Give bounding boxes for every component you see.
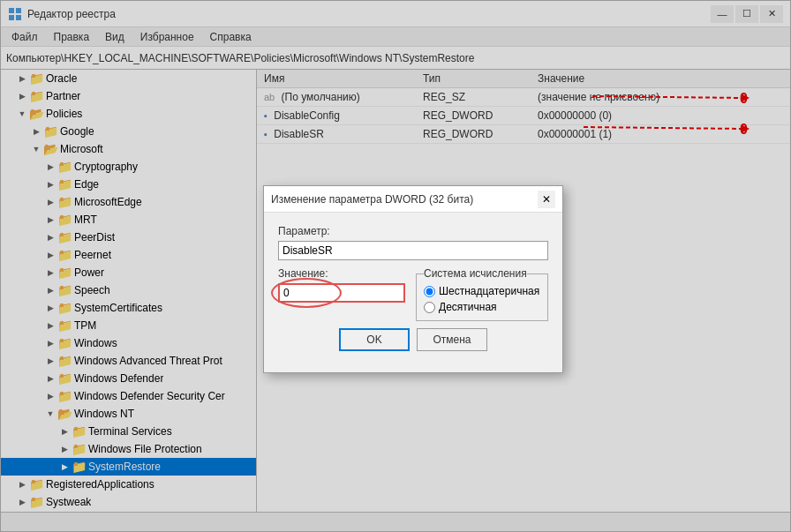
radio-hex-label[interactable]: Шестнадцатеричная	[424, 285, 540, 297]
param-input[interactable]	[278, 241, 548, 260]
registry-editor-window: Редактор реестра — ☐ ✕ Файл Правка Вид И…	[0, 0, 791, 532]
radio-dec-input[interactable]	[424, 302, 435, 313]
dialog-body: Параметр: Значение: Система исчисления	[264, 213, 562, 372]
radix-legend: Система исчисления	[424, 267, 527, 280]
dialog-title-text: Изменение параметра DWORD (32 бита)	[271, 193, 473, 206]
radio-hex-text: Шестнадцатеричная	[439, 285, 539, 297]
dialog-overlay: Изменение параметра DWORD (32 бита) ✕ Па…	[1, 1, 790, 531]
ok-button[interactable]: OK	[339, 328, 410, 351]
dialog-lower-section: Значение: Система исчисления	[278, 267, 548, 321]
param-label: Параметр:	[278, 225, 548, 237]
value-section: Значение:	[278, 267, 405, 321]
radio-dec-text: Десятичная	[439, 301, 497, 313]
radix-fieldset: Система исчисления Шестнадцатеричная Дес…	[416, 267, 548, 321]
radio-hex-input[interactable]	[424, 286, 435, 297]
edit-dword-dialog: Изменение параметра DWORD (32 бита) ✕ Па…	[263, 185, 563, 373]
value-input[interactable]	[278, 283, 405, 303]
param-row: Параметр:	[278, 225, 548, 260]
value-input-wrapper	[278, 283, 405, 303]
radio-group: Шестнадцатеричная Десятичная	[424, 283, 540, 313]
value-label: Значение:	[278, 267, 405, 280]
dialog-close-button[interactable]: ✕	[538, 191, 555, 208]
dialog-buttons: OK Отмена	[278, 321, 548, 362]
dialog-title-bar: Изменение параметра DWORD (32 бита) ✕	[264, 186, 562, 213]
radix-section: Система исчисления Шестнадцатеричная Дес…	[416, 267, 548, 321]
radio-dec-label[interactable]: Десятичная	[424, 301, 540, 313]
cancel-button[interactable]: Отмена	[417, 328, 487, 351]
